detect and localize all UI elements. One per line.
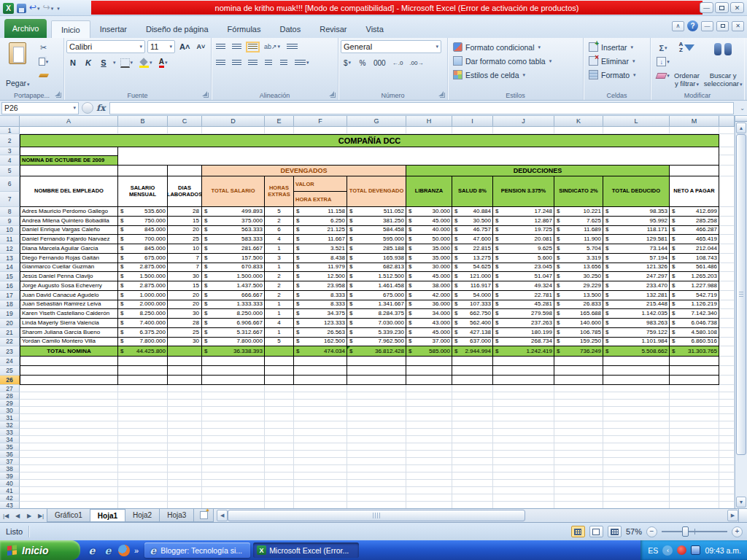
cell[interactable]	[20, 480, 118, 487]
conditional-formatting-button[interactable]: Formato condicional▾	[450, 40, 581, 54]
cell-neto-8[interactable]: $412.699	[670, 207, 719, 217]
cell[interactable]	[202, 392, 265, 400]
cell[interactable]	[202, 465, 265, 472]
cell-subtitle[interactable]: NOMINA DE OCTUBRE DE 2009	[20, 155, 118, 166]
name-box[interactable]: P26▾	[1, 102, 79, 114]
cell-salud-9[interactable]: $30.500	[452, 217, 493, 226]
cell-pension-13[interactable]: $5.600	[493, 254, 554, 263]
format-cells-button[interactable]: Formato▾	[586, 68, 649, 82]
cell[interactable]	[554, 480, 603, 487]
cell-total-deducido-22[interactable]: $1.101.984	[603, 338, 670, 347]
minimize-button[interactable]: —	[700, 2, 713, 13]
workbook-restore-button[interactable]	[716, 21, 729, 31]
cell-total-deducido-13[interactable]: $57.194	[603, 254, 670, 263]
cell[interactable]	[294, 385, 347, 392]
cell-name-17[interactable]: Juan David Canacué Agudelo	[20, 291, 118, 300]
cell[interactable]	[670, 392, 719, 400]
cell[interactable]	[603, 465, 670, 472]
cell-26[interactable]	[406, 376, 452, 385]
row-header-4[interactable]: 4	[0, 155, 20, 166]
cell-salud-8[interactable]: $40.884	[452, 207, 493, 217]
cell-neto-11[interactable]: $465.419	[670, 235, 719, 244]
cell-B5[interactable]	[118, 166, 168, 176]
row-header-25[interactable]: 25	[0, 366, 20, 376]
row-header-28[interactable]: 28	[0, 392, 20, 400]
cell[interactable]	[719, 385, 735, 392]
cell[interactable]	[202, 400, 265, 407]
cell-sliver[interactable]	[719, 207, 735, 217]
cell-header-horas[interactable]: HORAS EXTRAS	[265, 176, 294, 207]
cell-neto-21[interactable]: $4.580.108	[670, 328, 719, 338]
cell-valor-hora-9[interactable]: $6.250	[294, 217, 347, 226]
cell[interactable]	[265, 400, 294, 407]
cell[interactable]	[118, 451, 168, 458]
cell[interactable]	[168, 400, 202, 407]
cell-dias-13[interactable]: 7	[168, 254, 202, 263]
cell-sliver[interactable]	[719, 147, 735, 155]
vertical-scroll-thumb[interactable]	[736, 134, 746, 455]
cell-header-sindicato[interactable]: SINDICATO 2%	[554, 176, 603, 207]
cell-pension-17[interactable]: $22.781	[493, 291, 554, 300]
cell-26[interactable]	[20, 376, 118, 385]
cell[interactable]	[554, 451, 603, 458]
cell[interactable]	[202, 429, 265, 436]
cell[interactable]	[118, 443, 168, 451]
cell[interactable]	[554, 429, 603, 436]
cell[interactable]	[670, 421, 719, 429]
cell-neto-9[interactable]: $285.258	[670, 217, 719, 226]
tab-split-handle[interactable]	[738, 509, 747, 522]
cell[interactable]	[603, 392, 670, 400]
sheet-tab-gráfico1[interactable]: Gráfico1	[47, 509, 90, 522]
cell[interactable]	[168, 127, 202, 134]
cell[interactable]	[406, 400, 452, 407]
cell[interactable]	[294, 494, 347, 502]
cell[interactable]	[603, 502, 670, 508]
cell[interactable]	[493, 465, 554, 472]
cell[interactable]	[265, 414, 294, 421]
cell-neto-15[interactable]: $1.265.203	[670, 272, 719, 281]
cell-25[interactable]	[670, 366, 719, 376]
row-header-5[interactable]: 5	[0, 166, 20, 176]
cell[interactable]	[452, 451, 493, 458]
cell-salario-14[interactable]: $2.875.000	[118, 263, 168, 273]
cell-neto-10[interactable]: $466.287	[670, 226, 719, 236]
autosum-button[interactable]: Σ▾	[654, 42, 672, 54]
cell-total-devengado-11[interactable]: $595.000	[347, 235, 406, 244]
insert-function-icon[interactable]: fx	[96, 103, 105, 113]
next-sheet-icon[interactable]: ▶	[23, 509, 35, 522]
cell[interactable]	[554, 392, 603, 400]
cell[interactable]	[493, 443, 554, 451]
decrease-indent-button[interactable]	[262, 56, 275, 69]
cell[interactable]	[294, 421, 347, 429]
cell-salario-16[interactable]: $2.875.000	[118, 281, 168, 291]
cell-name-19[interactable]: Karen Yiseth Castellano Calderón	[20, 309, 118, 319]
cell-26[interactable]	[452, 376, 493, 385]
row-header-33[interactable]: 33	[0, 429, 20, 436]
cell-dias-20[interactable]: 28	[168, 319, 202, 328]
workbook-close-button[interactable]: ✕	[732, 21, 744, 31]
fill-color-button[interactable]: ▾	[137, 56, 155, 69]
cell-libranza-19[interactable]: $34.000	[406, 309, 452, 319]
cell-dias-21[interactable]: 25	[168, 328, 202, 338]
cell[interactable]	[670, 127, 719, 134]
expand-formula-bar-icon[interactable]: ⌄	[740, 105, 745, 112]
cell-24[interactable]	[670, 357, 719, 366]
cell[interactable]	[294, 392, 347, 400]
cell-total-salario-10[interactable]: $563.333	[202, 226, 265, 236]
cell[interactable]	[347, 465, 406, 472]
cell-total-devengado-22[interactable]: $7.962.500	[347, 338, 406, 347]
cell[interactable]	[202, 494, 265, 502]
cell[interactable]	[168, 407, 202, 414]
close-button[interactable]: ✕	[730, 2, 744, 13]
normal-view-button[interactable]	[571, 526, 585, 537]
cell[interactable]	[202, 421, 265, 429]
cell-name-9[interactable]: Andrea Milena Quintero Bobadilla	[20, 217, 118, 226]
cell[interactable]	[168, 429, 202, 436]
cell[interactable]	[20, 487, 118, 494]
cell-sliver[interactable]	[719, 235, 735, 244]
cell[interactable]	[265, 407, 294, 414]
scroll-right-button[interactable]: ▶	[727, 510, 738, 521]
cell-name-12[interactable]: Diana Marcela Aguilar García	[20, 244, 118, 254]
cell[interactable]	[406, 494, 452, 502]
cell[interactable]	[20, 400, 118, 407]
